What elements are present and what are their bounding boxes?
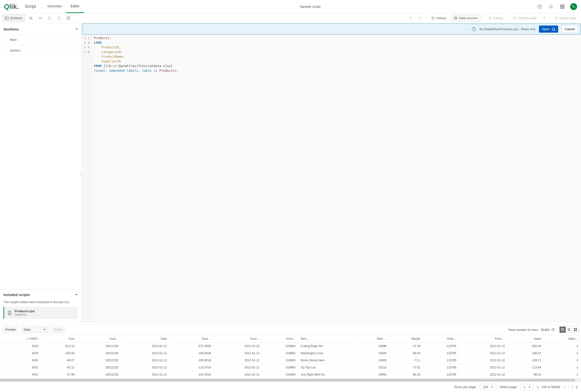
col-header[interactable]: Invoi… — [262, 335, 298, 343]
total-rows-value: 96466 — [541, 328, 550, 332]
col-header[interactable]: Gros… — [169, 335, 214, 343]
table-cell: -37.98 — [41, 371, 77, 378]
table-cell: -105.93 — [41, 350, 77, 357]
sections-toggle-button[interactable]: Sections — [2, 14, 25, 22]
chevron-down-icon[interactable] — [75, 293, 78, 296]
included-file-location: DataFiles — [14, 313, 35, 316]
table-row[interactable]: 3431-43.12100122262012-01-12-118.3703201… — [0, 364, 581, 371]
included-file-name: Products.qvs — [14, 309, 35, 313]
tab-overview[interactable]: Overview — [43, 0, 66, 13]
code-editor[interactable]: 1 2 3 4 5 6 7 8 Products: LOAD ProductID… — [82, 35, 581, 322]
section-item-section[interactable]: Section — [0, 45, 81, 56]
table-cell: -159.17 — [508, 357, 544, 364]
add-section-button[interactable]: + — [75, 26, 78, 32]
info-small-icon[interactable] — [552, 328, 555, 331]
tab-editor[interactable]: Editor — [66, 0, 84, 13]
included-script-item[interactable]: Products.qvs DataFiles — [4, 307, 78, 319]
col-header[interactable]: Cost — [41, 335, 77, 343]
table-cell: 2012-01-12 — [459, 371, 507, 378]
preview-button[interactable]: Preview — [2, 327, 18, 333]
col-header[interactable]: Invoi… — [214, 335, 262, 343]
col-header[interactable]: Prom… — [459, 335, 507, 343]
comment-toggle-icon[interactable] — [37, 15, 44, 22]
prev-page-icon[interactable]: ⟨ — [568, 385, 570, 389]
col-header[interactable]: Item … — [354, 335, 389, 343]
open-button[interactable]: Open — [539, 25, 558, 33]
data-sources-button[interactable]: Data sources — [451, 14, 480, 22]
horizontal-scrollbar[interactable] — [0, 378, 581, 382]
table-cell: -90.54 — [389, 350, 423, 357]
select-page-select[interactable]: 1 — [521, 384, 533, 390]
undo-icon[interactable] — [407, 15, 414, 22]
table-row[interactable]: 3430-88.07100122262012-01-12-165.8016201… — [0, 357, 581, 364]
table-cell: 10009 — [354, 350, 389, 357]
table-cell: -88.07 — [41, 357, 77, 364]
outdent-icon[interactable] — [56, 15, 62, 22]
avatar[interactable]: TL — [570, 3, 577, 10]
table-cell: Washington Cran — [298, 350, 354, 357]
table-cell: 2012-01-12 — [459, 350, 507, 357]
col-header[interactable]: Orde… — [423, 335, 459, 343]
help-editor-icon[interactable] — [65, 15, 72, 22]
sidebar-resize-handle[interactable]: ⦀ — [80, 173, 82, 177]
col-header[interactable]: Cust… — [77, 335, 121, 343]
svg-rect-6 — [562, 6, 563, 7]
help-icon[interactable] — [536, 3, 543, 10]
sections-heading: Sections — [4, 27, 19, 31]
brand-logo: Qlik. — [4, 3, 19, 10]
notice-text: lib://DataFiles/Products.qvs - Read only — [480, 27, 536, 31]
table-row[interactable]: 3428-513.15100122262012-01-12-573.383520… — [0, 343, 581, 350]
table-cell: -196.47 — [508, 350, 544, 357]
col-header[interactable]: ↑≡ %KEY — [0, 335, 41, 343]
svg-rect-4 — [563, 5, 564, 6]
table-cell: 3429 — [0, 350, 41, 357]
table-cell: 115785 — [423, 364, 459, 371]
col-header[interactable]: Date — [121, 335, 169, 343]
history-button[interactable]: History — [428, 14, 449, 22]
table-cell: 3430 — [0, 357, 41, 364]
grid-view-icon[interactable] — [572, 327, 578, 333]
col-header[interactable]: Margin — [389, 335, 423, 343]
col-header[interactable]: Sales — [508, 335, 544, 343]
table-cell: 318960 — [262, 343, 298, 350]
table-cell: 2012-01-12 — [214, 343, 262, 350]
search-icon[interactable] — [28, 15, 34, 22]
col-header[interactable]: Sales… — [544, 335, 581, 343]
apps-grid-icon[interactable] — [559, 3, 566, 10]
bell-icon[interactable] — [548, 3, 554, 10]
table-row[interactable]: 3432-37.98100122262012-01-12-102.3319201… — [0, 371, 581, 378]
svg-point-38 — [553, 329, 553, 329]
cancel-button[interactable]: Cancel — [562, 25, 578, 33]
last-page-icon[interactable]: ⟩| — [576, 385, 578, 389]
script-label: Script — [25, 4, 36, 9]
toolbar: Sections History Data s — [0, 13, 581, 23]
col-header[interactable]: Item … — [298, 335, 354, 343]
table-cell: -37.29 — [389, 343, 423, 350]
table-cell: -1 — [544, 343, 581, 350]
table-row[interactable]: 3429-105.93100122262012-01-12-204.663820… — [0, 350, 581, 357]
table-cell: -550.44 — [508, 343, 544, 350]
rows-per-page-select[interactable]: 100 — [480, 384, 496, 390]
vertical-resize-handle[interactable]: ═ — [0, 322, 581, 324]
pagination-footer: Rows per page: 100 Select page: 1 1 - 10… — [0, 382, 581, 392]
svg-rect-5 — [560, 6, 561, 7]
select-page-label: Select page: — [500, 385, 517, 389]
table-cell: 115785 — [423, 357, 459, 364]
list-view-icon[interactable] — [566, 327, 572, 333]
debug-button: Debug — [486, 14, 505, 22]
table-cell: 2012-01-12 — [214, 350, 262, 357]
svg-point-34 — [474, 28, 474, 28]
first-page-icon[interactable]: |⟨ — [564, 385, 566, 389]
table-cell: 10385 — [354, 357, 389, 364]
table-view-icon[interactable] — [559, 327, 566, 333]
table-select[interactable]: Sales — [21, 327, 48, 333]
next-page-icon[interactable]: ⟩ — [572, 385, 573, 389]
section-item-main[interactable]: Main — [0, 34, 81, 45]
indent-icon[interactable] — [46, 15, 53, 22]
included-note: The scripts below were included in the l… — [0, 300, 81, 307]
redo-icon[interactable] — [416, 15, 424, 22]
table-cell: 2012-01-12 — [459, 343, 507, 350]
included-scripts-heading: Included scripts — [4, 293, 30, 297]
table-cell: -573.3835 — [169, 343, 214, 350]
table-cell: 318960 — [262, 364, 298, 371]
